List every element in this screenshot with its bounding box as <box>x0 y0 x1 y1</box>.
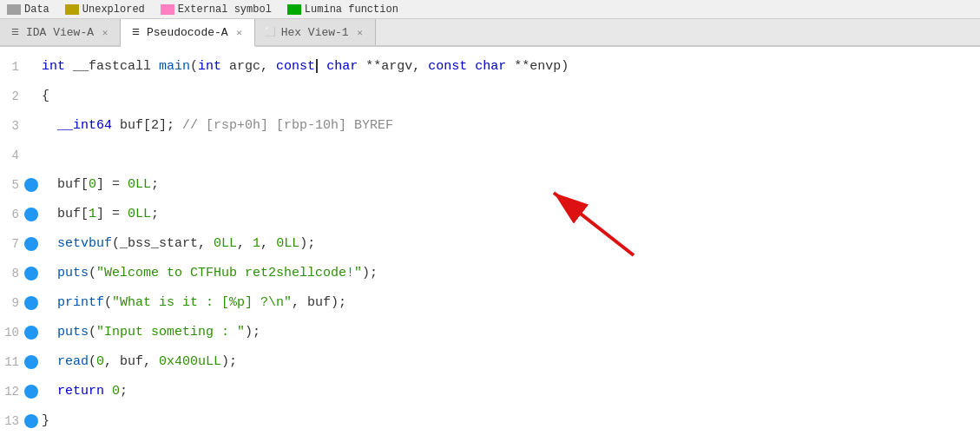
code-text-8: puts("Welcome to CTFHub ret2shellcode!")… <box>42 259 378 288</box>
legend-item-lumina: Lumina function <box>287 3 398 16</box>
tab-hex-view-1[interactable]: ⬜ Hex View-1 ✕ <box>255 19 376 45</box>
code-text-2: { <box>42 82 49 111</box>
code-line-8: 8 puts("Welcome to CTFHub ret2shellcode!… <box>0 259 980 288</box>
code-line-5: 5 buf[0] = 0LL; <box>0 170 980 200</box>
tab-ida-view-a[interactable]: ☰ IDA View-A ✕ <box>0 19 121 45</box>
legend-color-external <box>161 4 174 15</box>
line-num-8: 8 <box>0 259 24 288</box>
tab-close-pseudo[interactable]: ✕ <box>233 26 246 38</box>
code-text-6: buf[1] = 0LL; <box>42 200 159 229</box>
line-num-1: 1 <box>0 52 24 82</box>
code-text-11: read(0, buf, 0x400uLL); <box>42 347 237 377</box>
code-text-7: setvbuf(_bss_start, 0LL, 1, 0LL); <box>42 229 315 259</box>
bp-dot-4 <box>24 148 38 162</box>
bp-dot-12 <box>24 385 38 399</box>
code-line-7: 7 setvbuf(_bss_start, 0LL, 1, 0LL); <box>0 229 980 259</box>
code-text-1: int __fastcall main(int argc, const char… <box>42 52 569 82</box>
bp-dot-2 <box>24 89 38 103</box>
bp-dot-6 <box>24 208 38 221</box>
code-text-9: printf("What is it : [%p] ?\n", buf); <box>42 288 346 318</box>
code-line-12: 12 return 0; <box>0 377 980 406</box>
code-text-3: __int64 buf[2]; // [rsp+0h] [rbp-10h] BY… <box>42 111 393 141</box>
bp-dot-9 <box>24 296 38 310</box>
code-line-9: 9 printf("What is it : [%p] ?\n", buf); <box>0 288 980 318</box>
tab-pseudocode-a[interactable]: ☰ Pseudocode-A ✕ <box>121 19 255 47</box>
legend-label-lumina: Lumina function <box>305 3 398 16</box>
line-num-5: 5 <box>0 170 24 200</box>
bp-dot-5 <box>24 178 38 192</box>
bp-dot-1 <box>24 60 38 74</box>
code-text-10: puts("Input someting : "); <box>42 318 260 347</box>
legend-color-data <box>7 4 21 15</box>
line-num-2: 2 <box>0 82 24 111</box>
code-area[interactable]: 1 int __fastcall main(int argc, const ch… <box>0 47 980 442</box>
legend-label-unexplored: Unexplored <box>82 3 145 16</box>
code-line-1: 1 int __fastcall main(int argc, const ch… <box>0 52 980 82</box>
bp-dot-7 <box>24 237 38 251</box>
bp-dot-11 <box>24 355 38 369</box>
tab-close-ida[interactable]: ✕ <box>99 26 111 38</box>
code-line-4: 4 <box>0 141 980 170</box>
line-num-13: 13 <box>0 406 24 436</box>
code-line-13: 13 } <box>0 406 980 436</box>
code-text-5: buf[0] = 0LL; <box>42 170 159 200</box>
code-line-2: 2 { <box>0 82 980 111</box>
legend-item-external: External symbol <box>161 3 272 16</box>
line-num-7: 7 <box>0 229 24 259</box>
code-line-3: 3 __int64 buf[2]; // [rsp+0h] [rbp-10h] … <box>0 111 980 141</box>
bp-dot-13 <box>24 414 38 428</box>
line-num-10: 10 <box>0 318 24 347</box>
legend-label-data: Data <box>24 3 49 16</box>
tab-close-hex[interactable]: ✕ <box>354 26 366 38</box>
legend-item-data: Data <box>7 3 49 16</box>
line-num-3: 3 <box>0 111 24 141</box>
tab-label-hex: Hex View-1 <box>281 26 349 39</box>
legend-color-lumina <box>287 4 301 15</box>
code-text-12: return 0; <box>42 377 128 406</box>
legend-bar: Data Unexplored External symbol Lumina f… <box>0 0 980 19</box>
line-num-11: 11 <box>0 347 24 377</box>
line-num-4: 4 <box>0 141 24 170</box>
code-line-10: 10 puts("Input someting : "); <box>0 318 980 347</box>
line-num-6: 6 <box>0 200 24 229</box>
line-num-12: 12 <box>0 377 24 406</box>
code-line-11: 11 read(0, buf, 0x400uLL); <box>0 347 980 377</box>
tab-icon-pseudo: ☰ <box>129 26 141 38</box>
legend-label-external: External symbol <box>178 3 272 16</box>
line-num-9: 9 <box>0 288 24 318</box>
bp-dot-8 <box>24 267 38 280</box>
tab-icon-hex: ⬜ <box>264 26 276 38</box>
legend-color-unexplored <box>65 4 79 15</box>
legend-item-unexplored: Unexplored <box>65 3 145 16</box>
tab-label-ida: IDA View-A <box>26 26 94 39</box>
bp-dot-3 <box>24 119 38 133</box>
code-text-13: } <box>42 406 49 436</box>
tab-label-pseudo: Pseudocode-A <box>147 26 228 39</box>
tab-bar: ☰ IDA View-A ✕ ☰ Pseudocode-A ✕ ⬜ Hex Vi… <box>0 19 980 47</box>
bp-dot-10 <box>24 326 38 340</box>
tab-icon-ida: ☰ <box>9 26 21 38</box>
code-line-6: 6 buf[1] = 0LL; <box>0 200 980 229</box>
